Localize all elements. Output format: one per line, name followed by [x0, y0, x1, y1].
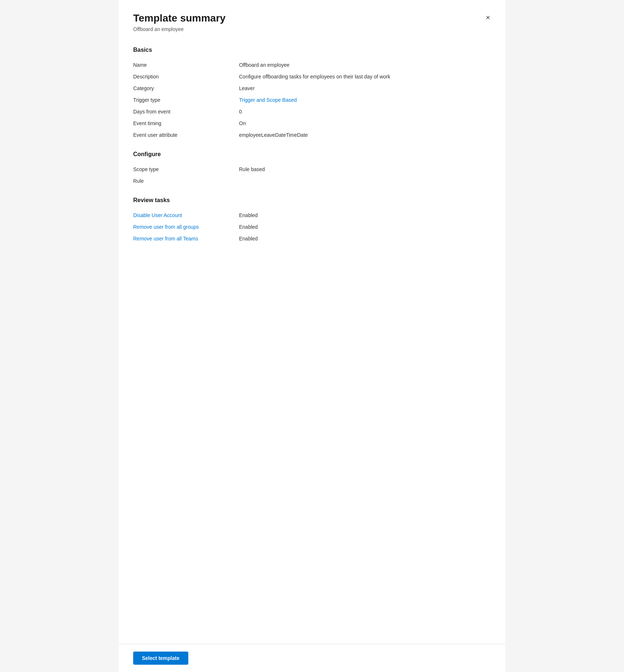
field-label-name: Name [133, 62, 239, 68]
panel-header: Template summary Offboard an employee × [119, 0, 505, 38]
configure-section: Configure Scope type Rule based Rule [133, 151, 491, 187]
field-value-disable-user-account: Enabled [239, 212, 491, 218]
field-disable-user-account: Disable User Account Enabled [133, 209, 491, 221]
panel-title: Template summary [133, 12, 491, 25]
field-remove-from-groups: Remove user from all groups Enabled [133, 221, 491, 233]
field-value-description: Configure offboarding tasks for employee… [239, 74, 491, 80]
field-value-remove-from-teams: Enabled [239, 236, 491, 242]
field-value-event-user-attribute: employeeLeaveDateTimeDate [239, 132, 491, 138]
field-value-trigger-type: Trigger and Scope Based [239, 97, 491, 103]
field-rule: Rule [133, 175, 491, 187]
field-event-user-attribute: Event user attribute employeeLeaveDateTi… [133, 129, 491, 141]
field-name: Name Offboard an employee [133, 59, 491, 71]
configure-heading: Configure [133, 151, 491, 158]
close-button[interactable]: × [482, 12, 494, 23]
select-template-button[interactable]: Select template [133, 652, 188, 665]
field-label-description: Description [133, 74, 239, 80]
field-scope-type: Scope type Rule based [133, 163, 491, 175]
template-summary-panel: Template summary Offboard an employee × … [119, 0, 505, 672]
field-label-event-user-attribute: Event user attribute [133, 132, 239, 138]
field-trigger-type: Trigger type Trigger and Scope Based [133, 94, 491, 106]
basics-section: Basics Name Offboard an employee Descrip… [133, 47, 491, 141]
panel-footer: Select template [119, 644, 505, 672]
review-tasks-section: Review tasks Disable User Account Enable… [133, 197, 491, 244]
field-description: Description Configure offboarding tasks … [133, 71, 491, 82]
field-value-event-timing: On [239, 120, 491, 126]
field-category: Category Leaver [133, 82, 491, 94]
panel-content: Basics Name Offboard an employee Descrip… [119, 38, 505, 644]
review-tasks-heading: Review tasks [133, 197, 491, 204]
field-value-days-from-event: 0 [239, 109, 491, 115]
field-value-remove-from-groups: Enabled [239, 224, 491, 230]
field-label-disable-user-account: Disable User Account [133, 212, 239, 218]
field-label-remove-from-teams: Remove user from all Teams [133, 236, 239, 242]
field-label-days-from-event: Days from event [133, 109, 239, 115]
panel-subtitle: Offboard an employee [133, 26, 491, 32]
field-label-scope-type: Scope type [133, 166, 239, 172]
basics-heading: Basics [133, 47, 491, 53]
field-label-event-timing: Event timing [133, 120, 239, 126]
field-value-category: Leaver [239, 85, 491, 91]
field-value-scope-type: Rule based [239, 166, 491, 172]
field-label-remove-from-groups: Remove user from all groups [133, 224, 239, 230]
field-remove-from-teams: Remove user from all Teams Enabled [133, 233, 491, 244]
field-label-trigger-type: Trigger type [133, 97, 239, 103]
field-label-rule: Rule [133, 178, 239, 184]
field-value-name: Offboard an employee [239, 62, 491, 68]
field-days-from-event: Days from event 0 [133, 106, 491, 117]
field-label-category: Category [133, 85, 239, 91]
field-event-timing: Event timing On [133, 117, 491, 129]
